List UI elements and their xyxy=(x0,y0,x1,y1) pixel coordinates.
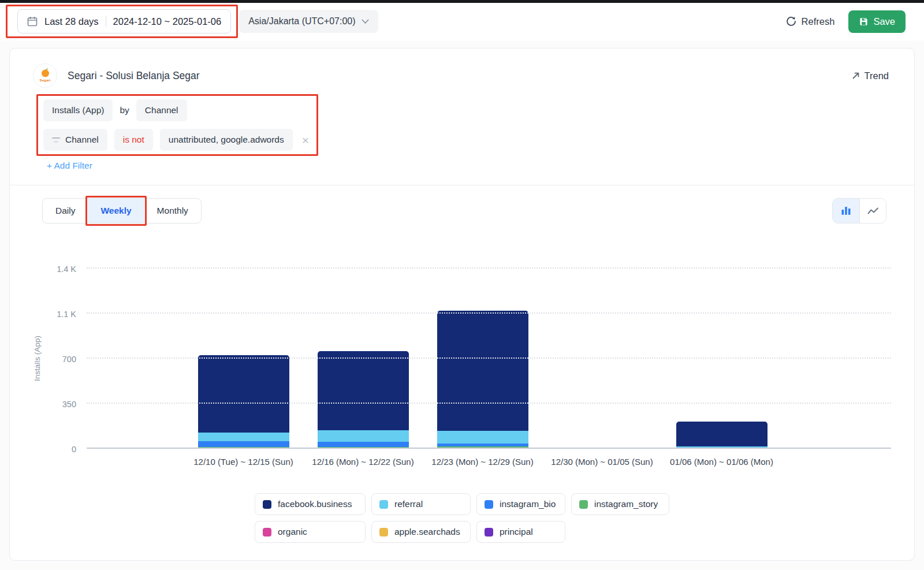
report-card: Segari Segari - Solusi Belanja Segar Tre… xyxy=(9,48,915,561)
gridline xyxy=(87,267,891,269)
refresh-icon xyxy=(786,16,796,27)
tab-monthly[interactable]: Monthly xyxy=(144,199,201,223)
timezone-select[interactable]: Asia/Jakarta (UTC+07:00) xyxy=(239,10,378,33)
gridline xyxy=(87,357,891,359)
app-title: Segari - Solusi Belanja Segar xyxy=(68,70,200,82)
legend-item-referral[interactable]: referral xyxy=(371,493,471,515)
dimension-label: Channel xyxy=(145,105,178,116)
filter-field-chip[interactable]: Channel xyxy=(43,129,107,151)
metric-label: Installs (App) xyxy=(52,105,104,116)
legend-label: facebook.business xyxy=(278,499,352,509)
topbar: Last 28 days 2024-12-10 ~ 2025-01-06 Asi… xyxy=(0,3,924,40)
plot-area: 03507001.1 K1.4 K xyxy=(87,269,891,449)
date-range-control[interactable]: Last 28 days 2024-12-10 ~ 2025-01-06 xyxy=(17,9,231,33)
bar-column xyxy=(303,269,423,449)
stacked-bar[interactable] xyxy=(437,269,528,449)
x-axis-label: 12/10 (Tue) ~ 12/15 (Sun) xyxy=(184,457,303,467)
calendar-icon xyxy=(27,16,38,27)
refresh-button[interactable]: Refresh xyxy=(780,12,841,32)
y-tick-label: 1.4 K xyxy=(33,264,76,274)
bar-column xyxy=(184,269,303,449)
bar-segment-instagram_bio[interactable] xyxy=(198,441,289,447)
bar-chart-toggle[interactable] xyxy=(833,199,859,223)
legend-label: apple.searchads xyxy=(394,527,460,537)
x-axis-labels: 12/10 (Tue) ~ 12/15 (Sun)12/16 (Mon) ~ 1… xyxy=(87,457,891,467)
bar-segment-referral[interactable] xyxy=(198,433,289,441)
card-header: Segari Segari - Solusi Belanja Segar Tre… xyxy=(10,49,914,91)
bar-chart-icon xyxy=(841,206,851,215)
save-button[interactable]: Save xyxy=(848,10,906,33)
legend-swatch xyxy=(485,528,493,537)
x-axis-label: 12/23 (Mon) ~ 12/29 (Sun) xyxy=(423,457,542,467)
trend-label: Trend xyxy=(865,70,889,81)
add-filter-link[interactable]: + Add Filter xyxy=(47,161,92,171)
bar-segment-referral[interactable] xyxy=(318,430,409,442)
stacked-bar[interactable] xyxy=(318,269,409,449)
legend-swatch xyxy=(263,528,271,537)
stacked-bar[interactable] xyxy=(676,269,767,449)
bar-segment-facebook.business[interactable] xyxy=(318,351,409,430)
legend-item-facebook.business[interactable]: facebook.business xyxy=(255,493,366,515)
legend-item-instagram_story[interactable]: instagram_story xyxy=(571,493,669,515)
metric-row: Installs (App) by Channel xyxy=(43,99,311,121)
bar-segment-facebook.business[interactable] xyxy=(198,355,289,433)
y-tick-label: 700 xyxy=(33,355,76,364)
y-tick-label: 0 xyxy=(33,445,76,454)
bar-column xyxy=(423,269,542,449)
filter-row: Channel is not unattributed, google.adwo… xyxy=(43,129,311,151)
dimension-chip[interactable]: Channel xyxy=(136,99,187,121)
legend-label: organic xyxy=(278,527,307,537)
trend-link[interactable]: Trend xyxy=(852,70,892,81)
legend-label: instagram_bio xyxy=(500,499,556,509)
metric-chip[interactable]: Installs (App) xyxy=(43,99,113,121)
remove-filter-icon[interactable]: × xyxy=(300,134,311,146)
page-body: Segari Segari - Solusi Belanja Segar Tre… xyxy=(0,40,924,570)
bar-column xyxy=(542,269,662,449)
legend-item-apple.searchads[interactable]: apple.searchads xyxy=(371,521,471,543)
filter-values-chip[interactable]: unattributed, google.adwords xyxy=(160,129,293,151)
chart: Installs (App) 03507001.1 K1.4 K 12/10 (… xyxy=(33,241,891,467)
app-logo: Segari xyxy=(33,64,57,88)
gridline xyxy=(87,312,891,314)
legend-item-principal[interactable]: principal xyxy=(476,521,565,543)
bar-segment-facebook.business[interactable] xyxy=(437,311,528,430)
tab-daily[interactable]: Daily xyxy=(43,199,88,223)
stacked-bar[interactable] xyxy=(557,269,648,449)
tab-weekly[interactable]: Weekly xyxy=(88,199,144,223)
filter-icon xyxy=(52,137,60,143)
x-axis-label: 12/30 (Mon) ~ 01/05 (Sun) xyxy=(542,457,662,467)
bar-segment-referral[interactable] xyxy=(437,431,528,444)
chart-toolbar: Daily Weekly Monthly xyxy=(10,185,914,223)
bar-segment-facebook.business[interactable] xyxy=(676,422,767,446)
stacked-bar[interactable] xyxy=(198,269,289,449)
legend-item-organic[interactable]: organic xyxy=(255,521,366,543)
legend-swatch xyxy=(579,500,588,509)
legend: facebook.businessreferralinstagram_bioin… xyxy=(255,493,669,543)
line-chart-toggle[interactable] xyxy=(859,199,886,223)
date-preset-label: Last 28 days xyxy=(44,16,99,27)
chart-zone: Installs (App) 03507001.1 K1.4 K 12/10 (… xyxy=(33,241,891,543)
svg-text:Segari: Segari xyxy=(40,78,51,82)
divider xyxy=(106,16,106,27)
legend-swatch xyxy=(263,500,271,509)
save-icon xyxy=(859,17,869,27)
arrow-up-right-icon xyxy=(852,72,860,80)
chevron-down-icon xyxy=(362,19,369,24)
plot-outer: 03507001.1 K1.4 K 12/10 (Tue) ~ 12/15 (S… xyxy=(42,241,891,467)
x-axis-label: 12/16 (Mon) ~ 12/22 (Sun) xyxy=(303,457,423,467)
legend-swatch xyxy=(485,500,493,509)
query-controls: Installs (App) by Channel Channel is not xyxy=(43,99,311,151)
legend-label: referral xyxy=(394,499,423,509)
legend-swatch xyxy=(379,500,388,509)
filter-operator-chip[interactable]: is not xyxy=(114,129,153,151)
legend-item-instagram_bio[interactable]: instagram_bio xyxy=(476,493,565,515)
by-label: by xyxy=(120,105,129,116)
legend-label: principal xyxy=(500,527,533,537)
date-range-value: 2024-12-10 ~ 2025-01-06 xyxy=(113,16,222,27)
filter-values-label: unattributed, google.adwords xyxy=(169,135,284,145)
granularity-tabs: Daily Weekly Monthly xyxy=(42,198,202,223)
gridline xyxy=(87,403,891,404)
bar-segment-instagram_bio[interactable] xyxy=(318,442,409,447)
chart-type-toggle xyxy=(832,198,886,223)
line-chart-icon xyxy=(867,207,879,215)
